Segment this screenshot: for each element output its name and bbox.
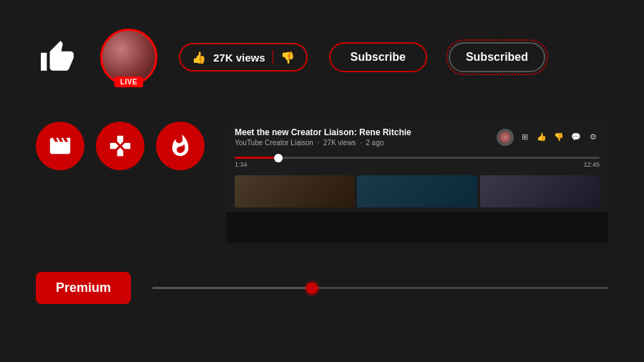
top-row: LIVE 👍 27K views 👎 Subscribe Subscribed bbox=[36, 29, 608, 86]
thumbnail-3[interactable] bbox=[480, 175, 600, 207]
chat-icon[interactable]: 💬 bbox=[570, 131, 582, 144]
time-current: 1:34 bbox=[235, 161, 248, 168]
video-thumbnails bbox=[226, 171, 608, 212]
video-player[interactable]: Meet the new Creator Liaison: Rene Ritch… bbox=[226, 122, 608, 243]
thumbs-down-small-icon[interactable]: 👎 bbox=[552, 131, 565, 144]
subscribed-button[interactable]: Subscribed bbox=[449, 42, 545, 72]
premium-button[interactable]: Premium bbox=[36, 272, 131, 304]
divider bbox=[273, 50, 273, 64]
progress-times: 1:34 12:45 bbox=[235, 161, 600, 168]
games-icon-button[interactable] bbox=[96, 122, 145, 170]
slider-track[interactable] bbox=[152, 287, 608, 289]
video-time-ago: 2 ago bbox=[366, 139, 384, 147]
like-dislike-group[interactable]: 👍 27K views 👎 bbox=[179, 43, 308, 72]
progress-thumb bbox=[274, 154, 283, 162]
settings-icon[interactable]: ⚙ bbox=[587, 131, 600, 144]
app-container: LIVE 👍 27K views 👎 Subscribe Subscribed bbox=[0, 0, 644, 362]
video-meta: YouTube Creator Liaison · 27K views · 2 … bbox=[235, 139, 411, 147]
like-count: 27K views bbox=[213, 52, 265, 64]
live-badge: LIVE bbox=[114, 77, 143, 87]
trending-icon-button[interactable] bbox=[156, 122, 205, 170]
slider-thumb[interactable] bbox=[306, 283, 318, 294]
time-total: 12:45 bbox=[583, 161, 600, 168]
like-thumb-icon bbox=[36, 36, 79, 79]
icon-group bbox=[36, 122, 205, 170]
middle-row: Meet the new Creator Liaison: Rene Ritch… bbox=[36, 122, 608, 243]
like-icon: 👍 bbox=[192, 51, 206, 64]
video-progress-area: 1:34 12:45 bbox=[226, 152, 608, 171]
thumbnail-2[interactable] bbox=[357, 175, 477, 207]
video-controls-right: ⊞ 👍 👎 💬 ⚙ bbox=[497, 129, 600, 146]
subscribe-button[interactable]: Subscribe bbox=[329, 42, 427, 72]
video-title-area: Meet the new Creator Liaison: Rene Ritch… bbox=[235, 127, 411, 147]
grid-icon[interactable]: ⊞ bbox=[518, 131, 531, 144]
progress-bar-fill bbox=[235, 157, 278, 159]
video-title: Meet the new Creator Liaison: Rene Ritch… bbox=[235, 127, 411, 137]
thumbs-up-small-icon[interactable]: 👍 bbox=[535, 131, 548, 144]
video-info-bar: Meet the new Creator Liaison: Rene Ritch… bbox=[226, 122, 608, 152]
video-views: 27K views bbox=[323, 139, 356, 147]
dislike-icon: 👎 bbox=[280, 51, 295, 64]
slider-container[interactable] bbox=[152, 287, 608, 289]
avatar-container[interactable]: LIVE bbox=[100, 29, 157, 86]
thumbnail-1[interactable] bbox=[235, 175, 354, 207]
movies-icon-button[interactable] bbox=[36, 122, 84, 170]
progress-bar-bg[interactable] bbox=[235, 157, 600, 159]
bottom-row: Premium bbox=[36, 272, 608, 304]
video-channel: YouTube Creator Liaison bbox=[235, 139, 313, 147]
slider-fill bbox=[152, 287, 312, 289]
avatar-small bbox=[497, 129, 514, 146]
